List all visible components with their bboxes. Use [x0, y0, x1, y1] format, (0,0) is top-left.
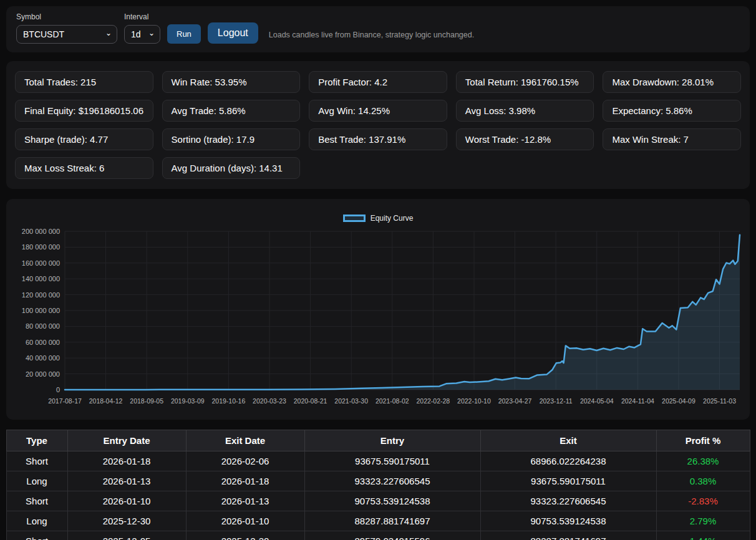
stat-card: Total Trades: 215 — [15, 71, 153, 93]
symbol-label: Symbol — [16, 12, 117, 21]
trade-exit-cell: 93323.227606545 — [480, 491, 656, 511]
trade-profit-cell: 2.79% — [656, 511, 750, 531]
trade-entry-cell: 93323.227606545 — [304, 471, 480, 491]
chart-legend[interactable]: Equity Curve — [11, 214, 745, 223]
x-axis-tick-label: 2022-10-10 — [457, 397, 491, 405]
trade-entry-date-cell: 2025-12-30 — [67, 511, 186, 531]
y-axis-tick-label: 100 000 000 — [22, 307, 60, 314]
stats-panel: Total Trades: 215Win Rate: 53.95%Profit … — [6, 61, 750, 189]
equity-area-fill — [65, 235, 740, 390]
trade-entry-date-cell: 2026-01-18 — [67, 451, 186, 471]
y-axis-tick-label: 200 000 000 — [22, 228, 60, 235]
y-axis-tick-label: 120 000 000 — [22, 291, 60, 299]
column-header-entry: Entry — [304, 430, 480, 451]
logout-button[interactable]: Logout — [208, 22, 258, 44]
trade-entry-date-cell: 2025-12-05 — [67, 531, 186, 540]
stat-card: Max Loss Streak: 6 — [15, 157, 153, 179]
stat-card: Worst Trade: -12.8% — [456, 128, 594, 150]
table-row: Short2026-01-182026-02-0693675.590175011… — [6, 451, 750, 471]
trade-exit-cell: 90753.539124538 — [480, 511, 656, 531]
trade-entry-cell: 89579.034015596 — [304, 531, 480, 540]
legend-swatch-icon — [343, 215, 366, 222]
stat-card: Win Rate: 53.95% — [162, 71, 301, 93]
x-axis-tick-label: 2021-03-30 — [334, 397, 368, 405]
stat-card: Avg Loss: 3.98% — [456, 100, 594, 122]
y-axis-tick-label: 80 000 000 — [26, 322, 60, 330]
x-axis-tick-label: 2019-03-09 — [171, 397, 205, 405]
stat-card: Max Drawdown: 28.01% — [603, 71, 741, 93]
trade-type-cell: Short — [6, 451, 67, 471]
column-header-exit-date: Exit Date — [186, 430, 304, 451]
interval-field-group: Interval 1d ⌄ — [124, 12, 160, 44]
run-button[interactable]: Run — [167, 24, 201, 44]
symbol-select[interactable]: BTCUSDT — [16, 25, 117, 44]
x-axis-tick-label: 2025-04-09 — [662, 397, 695, 405]
symbol-field-group: Symbol BTCUSDT ⌄ — [16, 12, 117, 44]
trade-entry-date-cell: 2026-01-13 — [67, 471, 186, 491]
stat-card: Best Trade: 137.91% — [309, 128, 447, 150]
y-axis-tick-label: 180 000 000 — [22, 243, 60, 251]
table-row: Long2025-12-302026-01-1088287.8817416979… — [6, 511, 750, 531]
x-axis-tick-label: 2018-09-05 — [130, 397, 163, 405]
y-axis-tick-label: 140 000 000 — [22, 275, 60, 282]
trade-exit-date-cell: 2026-02-06 — [186, 451, 304, 471]
trade-type-cell: Short — [6, 531, 67, 540]
table-row: Long2026-01-132026-01-1893323.2276065459… — [6, 471, 750, 491]
x-axis-tick-label: 2023-04-27 — [498, 397, 532, 405]
trade-profit-cell: 0.38% — [656, 471, 750, 491]
column-header-entry-date: Entry Date — [67, 430, 186, 451]
trade-profit-cell: 26.38% — [656, 451, 750, 471]
interval-select[interactable]: 1d — [124, 25, 160, 44]
stat-card: Sharpe (trade): 4.77 — [15, 128, 153, 150]
y-axis-tick-label: 160 000 000 — [22, 259, 60, 267]
x-axis-tick-label: 2023-12-11 — [540, 397, 573, 405]
x-axis-tick-label: 2025-11-03 — [703, 397, 736, 405]
y-axis-tick-label: 60 000 000 — [26, 339, 60, 346]
trades-table: TypeEntry DateExit DateEntryExitProfit %… — [6, 430, 750, 540]
x-axis-tick-label: 2019-10-16 — [212, 397, 246, 405]
trade-exit-cell: 93675.590175011 — [480, 471, 656, 491]
trade-type-cell: Short — [6, 491, 67, 511]
x-axis-tick-label: 2024-05-04 — [580, 397, 614, 405]
trade-exit-cell: 88287.881741697 — [480, 531, 656, 540]
column-header-type: Type — [6, 430, 67, 451]
x-axis-tick-label: 2022-02-28 — [417, 397, 450, 405]
table-row: Short2026-01-102026-01-1390753.539124538… — [6, 491, 750, 511]
trade-exit-date-cell: 2026-01-10 — [186, 511, 304, 531]
trade-profit-cell: 1.44% — [656, 531, 750, 540]
trade-exit-date-cell: 2026-01-13 — [186, 491, 304, 511]
y-axis-tick-label: 40 000 000 — [26, 354, 60, 362]
legend-label: Equity Curve — [371, 214, 414, 223]
stat-card: Avg Win: 14.25% — [309, 100, 447, 122]
x-axis-tick-label: 2020-08-21 — [294, 397, 327, 405]
equity-chart-panel: Equity Curve 2017-08-172018-04-122018-09… — [6, 199, 750, 420]
stat-card: Sortino (trade): 17.9 — [162, 128, 301, 150]
stat-card: Avg Duration (days): 14.31 — [162, 157, 301, 179]
y-axis-tick-label: 0 — [56, 386, 60, 393]
trade-exit-date-cell: 2026-01-18 — [186, 471, 304, 491]
trade-type-cell: Long — [6, 471, 67, 491]
trade-profit-cell: -2.83% — [656, 491, 750, 511]
table-row: Short2025-12-052025-12-3089579.034015596… — [6, 531, 750, 540]
column-header-exit: Exit — [480, 430, 656, 451]
x-axis-tick-label: 2018-04-12 — [89, 397, 123, 405]
interval-label: Interval — [124, 12, 160, 21]
equity-curve-chart: 2017-08-172018-04-122018-09-052019-03-09… — [11, 226, 745, 413]
trade-entry-cell: 90753.539124538 — [304, 491, 480, 511]
trade-entry-date-cell: 2026-01-10 — [67, 491, 186, 511]
trade-entry-cell: 93675.590175011 — [304, 451, 480, 471]
toolbar: Symbol BTCUSDT ⌄ Interval 1d ⌄ Run Logou… — [6, 6, 750, 52]
x-axis-tick-label: 2020-03-23 — [253, 397, 286, 405]
table-header-row: TypeEntry DateExit DateEntryExitProfit % — [6, 430, 750, 451]
y-axis-tick-label: 20 000 000 — [26, 370, 60, 378]
trade-exit-date-cell: 2025-12-30 — [186, 531, 304, 540]
column-header-profit: Profit % — [656, 430, 750, 451]
trade-type-cell: Long — [6, 511, 67, 531]
stat-card: Final Equity: $196186015.06 — [15, 100, 153, 122]
stat-card: Profit Factor: 4.2 — [309, 71, 447, 93]
stat-card: Total Return: 1961760.15% — [456, 71, 594, 93]
toolbar-note: Loads candles live from Binance, strateg… — [269, 31, 474, 39]
x-axis-tick-label: 2021-08-02 — [376, 397, 409, 405]
stat-card: Max Win Streak: 7 — [603, 128, 741, 150]
trade-exit-cell: 68966.022264238 — [480, 451, 656, 471]
